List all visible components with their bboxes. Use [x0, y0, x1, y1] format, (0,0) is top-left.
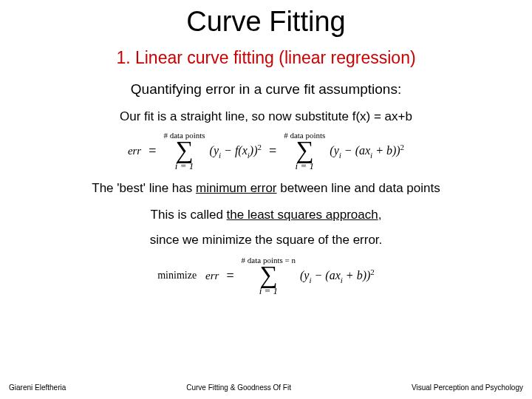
minimize-text: since we minimize the square of the erro… [0, 233, 532, 248]
footer-right: Visual Perception and Psychology [412, 383, 523, 392]
t1b: − f(x [221, 145, 248, 157]
summation-2: # data points ∑ i = 1 [284, 132, 325, 171]
sup-2: 2 [257, 143, 262, 151]
l3c: between line and data points [277, 181, 440, 195]
t2b: − (ax [341, 145, 370, 157]
footer-left: Giareni Eleftheria [9, 383, 66, 392]
l3b-underlined: minimum error [196, 181, 277, 195]
l3a: The 'best' line has [92, 181, 196, 195]
minimize-label: minimize [157, 270, 197, 282]
least-squares-text: This is called the least squares approac… [0, 208, 532, 222]
l4b-underlined: the least squares approach [227, 208, 378, 222]
t2a: (y [330, 145, 338, 157]
t1a: (y [210, 145, 219, 157]
err-label: err [128, 145, 141, 157]
term-3: (yi − (axi + b))2 [300, 267, 375, 284]
slide-subtitle: 1. Linear curve fitting (linear regressi… [0, 48, 532, 68]
t3b: − (ax [312, 269, 341, 282]
slide-footer: Giareni Eleftheria Curve Fitting & Goodn… [0, 383, 532, 392]
term-2: (yi − (axi + b))2 [330, 143, 404, 160]
term-1: (yi − f(xi))2 [210, 143, 262, 160]
error-equation-1: err = # data points ∑ i = 1 (yi − f(xi))… [0, 132, 532, 171]
sigma-icon: ∑ [259, 265, 277, 286]
sigma-icon: ∑ [175, 140, 193, 161]
slide-title: Curve Fitting [0, 0, 532, 38]
error-equation-2: minimize err = # data points = n ∑ i = 1… [0, 256, 532, 296]
t3a: (y [300, 269, 309, 282]
sup-2: 2 [370, 267, 375, 276]
l4a: This is called [151, 208, 227, 222]
sup-2: 2 [400, 143, 405, 151]
best-line-text: The 'best' line has minimum error betwee… [0, 181, 532, 196]
l4c: , [378, 208, 382, 222]
sigma-icon: ∑ [296, 140, 313, 161]
substitution-line: Our fit is a straight line, so now subst… [0, 109, 532, 124]
assumptions-heading: Quantifying error in a curve fit assumpt… [0, 81, 532, 98]
t3c: + b)) [343, 269, 370, 282]
summation-1: # data points ∑ i = 1 [163, 132, 205, 171]
sum-lower-1: i = 1 [175, 161, 194, 171]
t2c: + b)) [372, 145, 400, 157]
err-label-2: err [205, 270, 219, 282]
equals-3: = [226, 268, 233, 284]
equals-1: = [149, 143, 156, 159]
equals-2: = [269, 143, 276, 159]
sum-lower-3: i = 1 [259, 286, 278, 296]
t1c: )) [250, 145, 258, 157]
sum-lower-2: i = 1 [296, 161, 314, 171]
footer-center: Curve Fitting & Goodness Of Fit [186, 383, 291, 392]
summation-3: # data points = n ∑ i = 1 [242, 256, 296, 296]
